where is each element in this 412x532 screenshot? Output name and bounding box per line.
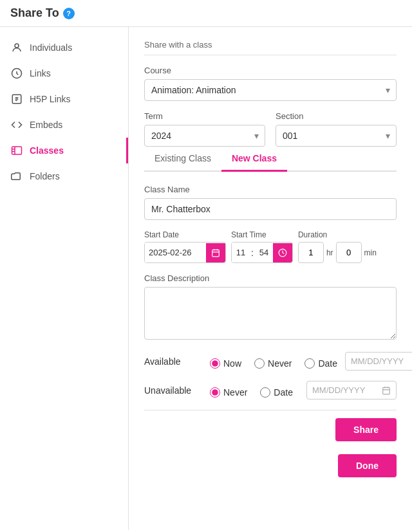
start-date-label: Start Date (144, 230, 226, 239)
course-select[interactable]: Animation: Animation (144, 79, 397, 101)
page-title: Share To (10, 6, 59, 20)
calendar-icon (211, 248, 220, 257)
links-icon (10, 67, 23, 80)
svg-rect-4 (212, 250, 220, 257)
class-name-label: Class Name (144, 185, 397, 194)
start-time-label: Start Time (231, 230, 293, 239)
term-label: Term (144, 111, 265, 121)
course-select-wrapper: Animation: Animation (144, 79, 397, 101)
start-date-calendar-button[interactable] (206, 243, 225, 262)
sidebar-label-h5p: H5P Links (30, 94, 71, 104)
start-date-group: Start Date (144, 230, 226, 263)
sidebar-item-links[interactable]: Links (0, 60, 128, 86)
section-select-wrapper: 001 (276, 125, 397, 147)
help-icon[interactable]: ? (63, 8, 75, 19)
unavailable-never-radio[interactable] (210, 387, 220, 398)
sidebar-label-embeds: Embeds (30, 120, 62, 130)
class-name-group: Class Name (144, 185, 397, 220)
sidebar-item-embeds[interactable]: Embeds (0, 112, 128, 138)
done-button-row: Done (144, 446, 397, 477)
embeds-icon (10, 118, 23, 131)
start-date-input[interactable] (145, 243, 206, 262)
sidebar-item-individuals[interactable]: Individuals (0, 35, 128, 60)
duration-label: Duration (298, 230, 377, 239)
available-date-option[interactable]: Date (304, 358, 337, 369)
share-button[interactable]: Share (335, 418, 397, 441)
share-button-row: Share (144, 410, 397, 446)
term-select-wrapper: 2024 (144, 125, 265, 147)
datetime-row: Start Date Start Time : (144, 230, 397, 263)
duration-inputs: hr min (298, 242, 377, 263)
svg-rect-3 (12, 147, 22, 154)
start-time-hour-input[interactable] (232, 243, 250, 262)
sidebar-item-classes[interactable]: Classes (0, 138, 128, 163)
sidebar-item-h5p-links[interactable]: H5P Links (0, 86, 128, 112)
folders-icon (10, 170, 23, 183)
available-now-option[interactable]: Now (210, 358, 241, 369)
available-never-label: Never (268, 358, 292, 369)
time-separator: : (250, 248, 255, 258)
class-desc-label: Class Description (144, 273, 397, 283)
hr-unit: hr (326, 248, 333, 257)
unavailable-date-label: Date (274, 387, 293, 398)
unavailable-never-label: Never (223, 387, 247, 398)
available-radio-group: Now Never Date (210, 358, 337, 369)
duration-hr-input[interactable] (298, 242, 324, 263)
duration-min-input[interactable] (336, 242, 362, 263)
class-desc-textarea[interactable] (144, 287, 397, 340)
section-group: Section 001 (276, 111, 397, 147)
min-unit: min (364, 248, 377, 257)
section-label: Section (276, 111, 397, 121)
unavailable-date-placeholder: MM/DD/YYYY (312, 385, 378, 395)
duration-group: Duration hr min (298, 230, 377, 263)
available-date-placeholder: MM/DD/YYYY (351, 356, 412, 366)
start-time-group: Start Time : (231, 230, 293, 263)
unavailable-row: Unavailable Never Date MM/DD/YYYY (144, 381, 397, 399)
unavailable-date-radio[interactable] (260, 387, 270, 398)
section-title: Share with a class (144, 40, 397, 55)
available-date-radio[interactable] (304, 358, 315, 369)
sidebar: Individuals Links H5P Links Embeds Class… (0, 27, 129, 530)
sidebar-label-classes: Classes (30, 145, 64, 156)
individuals-icon (10, 41, 23, 54)
unavailable-date-field[interactable]: MM/DD/YYYY (306, 381, 397, 399)
sidebar-label-links: Links (30, 68, 51, 78)
available-never-option[interactable]: Never (254, 358, 292, 369)
start-time-clock-button[interactable] (273, 243, 292, 262)
unavailable-date-option[interactable]: Date (260, 387, 293, 398)
section-select[interactable]: 001 (276, 125, 397, 147)
term-select[interactable]: 2024 (144, 125, 265, 147)
main-content: Share with a class Course Animation: Ani… (129, 27, 412, 530)
h5p-icon (10, 93, 23, 105)
available-section: Available Now Never Date (144, 352, 397, 399)
start-date-input-wrapper (144, 242, 226, 263)
unavailable-label: Unavailable (144, 385, 202, 396)
svg-rect-7 (383, 387, 390, 394)
available-label: Available (144, 356, 202, 367)
start-time-minute-input[interactable] (255, 243, 273, 262)
available-now-label: Now (223, 358, 241, 369)
header: Share To ? (0, 0, 412, 27)
term-section-row: Term 2024 Section 001 (144, 111, 397, 147)
classes-icon (10, 144, 23, 157)
done-button[interactable]: Done (338, 454, 397, 477)
layout: Individuals Links H5P Links Embeds Class… (0, 27, 412, 530)
available-never-radio[interactable] (254, 358, 265, 369)
sidebar-label-folders: Folders (30, 171, 60, 181)
available-row: Available Now Never Date (144, 352, 397, 371)
available-now-radio[interactable] (210, 358, 220, 369)
tab-new-class[interactable]: New Class (221, 147, 287, 172)
sidebar-item-folders[interactable]: Folders (0, 163, 128, 189)
term-group: Term 2024 (144, 111, 265, 147)
tabs: Existing Class New Class (144, 147, 397, 172)
class-name-input[interactable] (144, 198, 397, 220)
unavailable-calendar-icon (382, 386, 391, 395)
sidebar-label-individuals: Individuals (30, 42, 72, 53)
unavailable-never-option[interactable]: Never (210, 387, 247, 398)
clock-icon (278, 248, 287, 257)
tab-existing-class[interactable]: Existing Class (144, 147, 221, 172)
class-desc-group: Class Description (144, 273, 397, 342)
available-date-field[interactable]: MM/DD/YYYY (345, 352, 412, 371)
course-label: Course (144, 66, 397, 75)
svg-point-0 (15, 44, 19, 48)
